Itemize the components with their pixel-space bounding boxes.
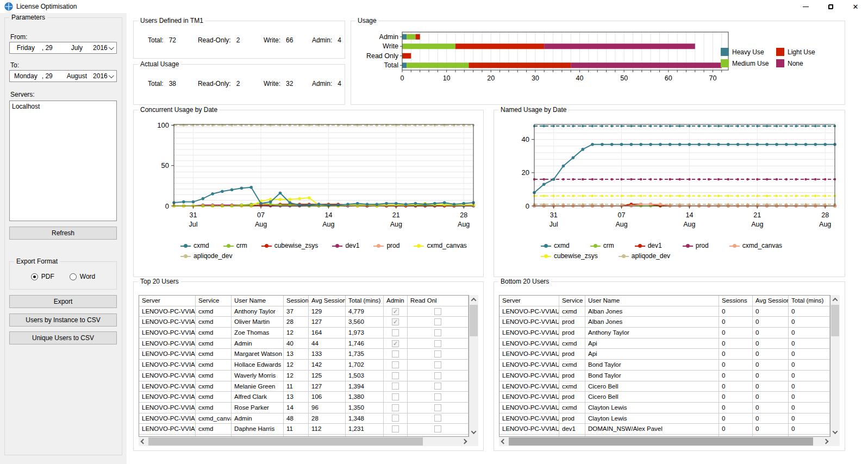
table-row[interactable]: LENOVO-PC-VVIAUprodCicero Bell000 bbox=[499, 392, 830, 403]
table-row[interactable]: LENOVO-PC-VVIAUcxmdDaphne Harris111121,2… bbox=[139, 424, 469, 435]
checkbox[interactable] bbox=[434, 350, 441, 358]
table-row[interactable]: LENOVO-PC-VVIAUprodApi000 bbox=[499, 349, 830, 360]
column-header[interactable]: Avg Session bbox=[753, 296, 789, 306]
checkbox[interactable]: ✓ bbox=[392, 340, 399, 347]
column-header[interactable]: Sessions bbox=[719, 296, 753, 306]
checkbox[interactable]: ✓ bbox=[392, 308, 399, 315]
scroll-up-button[interactable] bbox=[469, 295, 478, 304]
bottom20-horizontal-scrollbar[interactable] bbox=[499, 437, 830, 446]
table-cell: LENOVO-PC-VVIAU bbox=[139, 392, 196, 403]
checkbox[interactable] bbox=[434, 404, 441, 411]
table-row[interactable]: LENOVO-PC-VVIAUprodAnthony Taylor000 bbox=[499, 328, 830, 338]
column-header[interactable]: Service bbox=[559, 296, 585, 306]
table-row[interactable]: LENOVO-PC-VVIAUcxmdAlban Jones000 bbox=[499, 306, 830, 317]
table-row[interactable]: LENOVO-PC-VVIAUcxmdBond Taylor000 bbox=[499, 360, 830, 371]
checkbox[interactable] bbox=[392, 361, 399, 368]
table-row[interactable]: LENOVO-PC-VVIAUcxmdAnthony Taylor371294,… bbox=[139, 306, 469, 317]
table-row[interactable]: LENOVO-PC-VVIAUprodAlban Jones000 bbox=[499, 317, 830, 328]
checkbox[interactable] bbox=[434, 372, 441, 379]
column-header[interactable]: Sessions bbox=[284, 296, 309, 306]
checkbox[interactable] bbox=[392, 404, 399, 411]
table-row[interactable]: LENOVO-PC-VVIAUcxmdClayton Lewis000 bbox=[499, 403, 830, 413]
checkbox[interactable] bbox=[434, 340, 441, 347]
checkbox[interactable]: ✓ bbox=[392, 318, 399, 325]
checkbox[interactable] bbox=[392, 425, 399, 432]
table-row[interactable]: LENOVO-PC-VVIAUdev1DOMAIN_NSW/Alex Pavel… bbox=[499, 424, 830, 435]
scroll-down-button[interactable] bbox=[469, 428, 478, 437]
column-header[interactable]: Total (mins) bbox=[346, 296, 384, 306]
scroll-left-button[interactable] bbox=[139, 437, 148, 446]
checkbox[interactable] bbox=[434, 393, 441, 400]
unique-users-csv-button[interactable]: Unique Users to CSV bbox=[9, 331, 117, 344]
table-cell: Alban Jones bbox=[585, 306, 719, 317]
restore-button[interactable] bbox=[818, 0, 843, 13]
close-button[interactable]: ✕ bbox=[843, 0, 868, 13]
table-row[interactable]: LENOVO-PC-VVIAUcxmdAlfred Clark131061,38… bbox=[139, 392, 469, 403]
column-header[interactable]: User Name bbox=[585, 296, 719, 306]
column-header[interactable]: Server bbox=[499, 296, 559, 306]
table-row[interactable]: LENOVO-PC-VVIAUprodBond Taylor000 bbox=[499, 371, 830, 381]
column-header[interactable]: Service bbox=[196, 296, 232, 306]
table-row[interactable]: LENOVO-PC-VVIAUprodClayton Lewis000 bbox=[499, 413, 830, 424]
checkbox[interactable] bbox=[392, 350, 399, 358]
table-row[interactable]: LENOVO-PC-VVIAUcxmdHollace Edwards121421… bbox=[139, 360, 469, 371]
table-row[interactable]: LENOVO-PC-VVIAUcxmdOliver Martin281273,5… bbox=[139, 317, 469, 328]
checkbox[interactable] bbox=[392, 372, 399, 379]
scrollbar-thumb[interactable] bbox=[831, 305, 839, 336]
server-list-item[interactable]: Localhost bbox=[12, 103, 114, 110]
column-header[interactable]: Total (mins) bbox=[789, 296, 830, 306]
scroll-right-button[interactable] bbox=[460, 437, 469, 446]
checkbox[interactable] bbox=[434, 308, 441, 315]
top20-horizontal-scrollbar[interactable] bbox=[139, 437, 469, 446]
table-row[interactable]: LENOVO-PC-VVIAUcxmdWaverly Morris121251,… bbox=[139, 371, 469, 381]
minimize-button[interactable] bbox=[793, 0, 818, 13]
to-date-picker[interactable]: Monday , 29 August 2016 bbox=[9, 70, 117, 82]
table-row[interactable]: LENOVO-PC-VVIAUcxmdApi000 bbox=[499, 338, 830, 349]
scrollbar-thumb[interactable] bbox=[509, 437, 813, 446]
scrollbar-thumb[interactable] bbox=[148, 437, 423, 446]
from-date-picker[interactable]: Friday , 29 July 2016 bbox=[9, 42, 117, 54]
checkbox[interactable] bbox=[392, 329, 399, 336]
checkbox[interactable] bbox=[392, 383, 399, 390]
checkbox[interactable] bbox=[434, 318, 441, 325]
scroll-left-button[interactable] bbox=[499, 437, 508, 446]
checkbox[interactable] bbox=[434, 361, 441, 368]
column-header[interactable]: Read Onl bbox=[408, 296, 469, 306]
scroll-right-button[interactable] bbox=[821, 437, 830, 446]
column-header[interactable]: User Name bbox=[232, 296, 284, 306]
radio-word[interactable]: Word bbox=[70, 273, 95, 280]
refresh-button[interactable]: Refresh bbox=[9, 227, 117, 240]
radio-pdf[interactable]: PDF bbox=[31, 273, 54, 280]
checkbox[interactable] bbox=[434, 329, 441, 336]
table-row[interactable]: LENOVO-PC-VVIAUcxmdMargaret Watson131331… bbox=[139, 349, 469, 360]
checkbox[interactable] bbox=[434, 425, 441, 432]
servers-listbox[interactable]: Localhost bbox=[9, 101, 117, 221]
table-row[interactable]: LENOVO-PC-VVIAUcxmdMelanie Green111271,3… bbox=[139, 381, 469, 392]
column-header[interactable]: Avg Session bbox=[309, 296, 346, 306]
scrollbar-thumb[interactable] bbox=[470, 305, 478, 336]
column-header[interactable]: Server bbox=[139, 296, 196, 306]
table-row[interactable]: LENOVO-PC-VVIAUcxmdAdmin40441,746✓ bbox=[139, 338, 469, 349]
legend-swatch bbox=[619, 254, 629, 259]
table-row[interactable]: LENOVO-PC-VVIAUcxmdZoe Thomas121641,973 bbox=[139, 328, 469, 338]
table-cell: LENOVO-PC-VVIAU bbox=[499, 328, 559, 338]
chevron-down-icon[interactable] bbox=[109, 73, 114, 78]
bottom20-vertical-scrollbar[interactable] bbox=[830, 295, 840, 437]
checkbox[interactable] bbox=[434, 415, 441, 422]
svg-text:40: 40 bbox=[522, 135, 529, 143]
table-cell: LENOVO-PC-VVIAU bbox=[499, 392, 559, 403]
users-by-instance-csv-button[interactable]: Users by Instance to CSV bbox=[9, 313, 117, 327]
checkbox[interactable] bbox=[392, 415, 399, 422]
checkbox[interactable] bbox=[434, 383, 441, 390]
scroll-down-button[interactable] bbox=[830, 428, 840, 437]
table-cell: 0 bbox=[753, 338, 789, 349]
chevron-down-icon[interactable] bbox=[109, 45, 114, 50]
scroll-up-button[interactable] bbox=[830, 295, 840, 304]
table-row[interactable]: LENOVO-PC-VVIAUcxmd_canvasAdmin48281,348 bbox=[139, 413, 469, 424]
export-button[interactable]: Export bbox=[9, 295, 117, 308]
column-header[interactable]: Admin bbox=[384, 296, 408, 306]
table-row[interactable]: LENOVO-PC-VVIAUcxmdRose Parker14961,350 bbox=[139, 403, 469, 413]
table-row[interactable]: LENOVO-PC-VVIAUcxmdCicero Bell000 bbox=[499, 381, 830, 392]
top20-vertical-scrollbar[interactable] bbox=[469, 295, 478, 437]
checkbox[interactable] bbox=[392, 393, 399, 400]
